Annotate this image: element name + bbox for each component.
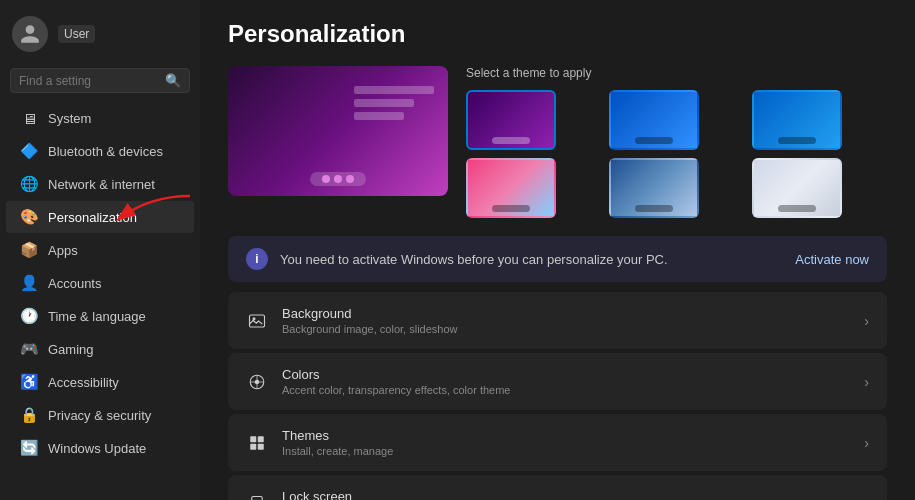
svg-point-1 (253, 317, 256, 320)
sidebar-item-time[interactable]: 🕐 Time & language (6, 300, 194, 332)
settings-sub-background: Background image, color, slideshow (282, 323, 850, 335)
chevron-icon-lockscreen: › (864, 496, 869, 501)
nav-icon-gaming: 🎮 (20, 340, 38, 358)
sidebar-item-bluetooth[interactable]: 🔷 Bluetooth & devices (6, 135, 194, 167)
settings-item-themes[interactable]: Themes Install, create, manage › (228, 414, 887, 471)
preview-bar-2 (354, 99, 414, 107)
svg-rect-8 (252, 496, 263, 500)
theme-preview (228, 66, 448, 196)
theme-grid-label: Select a theme to apply (466, 66, 887, 80)
taskbar-dot-2 (334, 175, 342, 183)
nav-icon-privacy: 🔒 (20, 406, 38, 424)
preview-bar-1 (354, 86, 434, 94)
settings-sub-colors: Accent color, transparency effects, colo… (282, 384, 850, 396)
activate-now-link[interactable]: Activate now (795, 252, 869, 267)
nav-icon-update: 🔄 (20, 439, 38, 457)
settings-title-themes: Themes (282, 428, 850, 443)
theme-taskbar-2 (635, 137, 673, 144)
nav-label-update: Windows Update (48, 441, 146, 456)
theme-card-6[interactable] (752, 158, 842, 218)
preview-bar-3 (354, 112, 404, 120)
search-icon: 🔍 (165, 73, 181, 88)
settings-title-colors: Colors (282, 367, 850, 382)
theme-taskbar-1 (492, 137, 530, 144)
sidebar-item-personalization[interactable]: 🎨 Personalization (6, 201, 194, 233)
user-section: User (0, 8, 200, 64)
theme-grid (466, 90, 887, 218)
theme-taskbar-4 (492, 205, 530, 212)
settings-item-background[interactable]: Background Background image, color, slid… (228, 292, 887, 349)
nav-label-bluetooth: Bluetooth & devices (48, 144, 163, 159)
settings-icon-themes (246, 432, 268, 454)
settings-icon-background (246, 310, 268, 332)
settings-item-colors[interactable]: Colors Accent color, transparency effect… (228, 353, 887, 410)
settings-list: Background Background image, color, slid… (228, 292, 887, 500)
nav-label-accessibility: Accessibility (48, 375, 119, 390)
username-label: User (58, 25, 95, 43)
nav-label-system: System (48, 111, 91, 126)
sidebar-item-privacy[interactable]: 🔒 Privacy & security (6, 399, 194, 431)
nav-list: 🖥 System 🔷 Bluetooth & devices 🌐 Network… (0, 101, 200, 465)
nav-icon-accounts: 👤 (20, 274, 38, 292)
preview-taskbar (310, 172, 366, 186)
settings-title-lockscreen: Lock screen (282, 489, 850, 500)
theme-taskbar-3 (778, 137, 816, 144)
settings-icon-colors (246, 371, 268, 393)
settings-text-background: Background Background image, color, slid… (282, 306, 850, 335)
nav-icon-personalization: 🎨 (20, 208, 38, 226)
nav-icon-time: 🕐 (20, 307, 38, 325)
chevron-icon-background: › (864, 313, 869, 329)
sidebar-item-update[interactable]: 🔄 Windows Update (6, 432, 194, 464)
nav-icon-bluetooth: 🔷 (20, 142, 38, 160)
sidebar-item-accounts[interactable]: 👤 Accounts (6, 267, 194, 299)
nav-label-accounts: Accounts (48, 276, 101, 291)
chevron-icon-colors: › (864, 374, 869, 390)
nav-icon-accessibility: ♿ (20, 373, 38, 391)
theme-taskbar-6 (778, 205, 816, 212)
settings-text-themes: Themes Install, create, manage (282, 428, 850, 457)
settings-item-lockscreen[interactable]: Lock screen Lock screen images, apps, an… (228, 475, 887, 500)
svg-rect-4 (250, 436, 256, 442)
settings-icon-lockscreen (246, 493, 268, 501)
settings-sub-themes: Install, create, manage (282, 445, 850, 457)
taskbar-dot-1 (322, 175, 330, 183)
nav-label-apps: Apps (48, 243, 78, 258)
page-title: Personalization (228, 20, 887, 48)
sidebar-item-accessibility[interactable]: ♿ Accessibility (6, 366, 194, 398)
user-icon (19, 23, 41, 45)
nav-icon-apps: 📦 (20, 241, 38, 259)
activation-banner: i You need to activate Windows before yo… (228, 236, 887, 282)
theme-section: Select a theme to apply (228, 66, 887, 218)
svg-rect-7 (258, 443, 264, 449)
nav-label-privacy: Privacy & security (48, 408, 151, 423)
settings-text-colors: Colors Accent color, transparency effect… (282, 367, 850, 396)
settings-text-lockscreen: Lock screen Lock screen images, apps, an… (282, 489, 850, 500)
theme-card-3[interactable] (752, 90, 842, 150)
main-content: Personalization Select a theme to apply (200, 0, 915, 500)
theme-taskbar-5 (635, 205, 673, 212)
nav-label-network: Network & internet (48, 177, 155, 192)
taskbar-dot-3 (346, 175, 354, 183)
nav-label-gaming: Gaming (48, 342, 94, 357)
svg-rect-6 (250, 443, 256, 449)
theme-card-5[interactable] (609, 158, 699, 218)
nav-icon-network: 🌐 (20, 175, 38, 193)
chevron-icon-themes: › (864, 435, 869, 451)
nav-label-personalization: Personalization (48, 210, 137, 225)
sidebar-item-system[interactable]: 🖥 System (6, 102, 194, 134)
activation-icon: i (246, 248, 268, 270)
theme-card-2[interactable] (609, 90, 699, 150)
svg-point-3 (255, 379, 260, 384)
sidebar: User 🔍 🖥 System 🔷 Bluetooth & devices 🌐 … (0, 0, 200, 500)
svg-rect-5 (258, 436, 264, 442)
activation-text: You need to activate Windows before you … (280, 252, 795, 267)
nav-icon-system: 🖥 (20, 109, 38, 127)
search-input[interactable] (19, 74, 159, 88)
sidebar-item-gaming[interactable]: 🎮 Gaming (6, 333, 194, 365)
sidebar-item-network[interactable]: 🌐 Network & internet (6, 168, 194, 200)
theme-card-1[interactable] (466, 90, 556, 150)
theme-card-4[interactable] (466, 158, 556, 218)
search-box[interactable]: 🔍 (10, 68, 190, 93)
sidebar-item-apps[interactable]: 📦 Apps (6, 234, 194, 266)
nav-label-time: Time & language (48, 309, 146, 324)
